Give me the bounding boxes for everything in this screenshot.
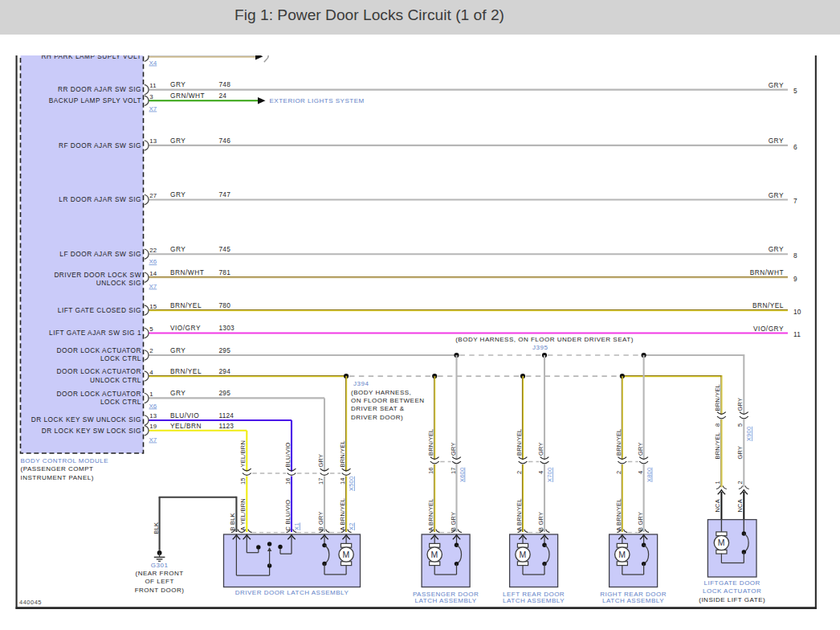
- svg-text:BRN/YEL: BRN/YEL: [615, 429, 622, 456]
- svg-text:GRY: GRY: [170, 389, 186, 397]
- svg-text:GRN/WHT: GRN/WHT: [170, 92, 205, 100]
- svg-text:GRY: GRY: [537, 442, 544, 456]
- svg-text:745: 745: [219, 245, 231, 253]
- svg-text:BRN/YEL: BRN/YEL: [339, 440, 346, 468]
- svg-text:BRN/YEL: BRN/YEL: [170, 301, 202, 309]
- svg-text:X500: X500: [348, 477, 355, 491]
- svg-text:781: 781: [219, 268, 231, 276]
- svg-text:DRIVER SEAT &: DRIVER SEAT &: [351, 405, 405, 412]
- svg-text:GRY: GRY: [736, 446, 744, 460]
- svg-text:LF DOOR AJAR SW SIG: LF DOOR AJAR SW SIG: [59, 250, 141, 258]
- svg-text:RR DOOR AJAR SW SIG: RR DOOR AJAR SW SIG: [58, 85, 141, 93]
- svg-text:4: 4: [637, 471, 644, 474]
- svg-text:16: 16: [427, 467, 434, 474]
- svg-text:GRY: GRY: [769, 137, 784, 145]
- svg-text:4: 4: [537, 471, 544, 474]
- svg-text:BRN/YEL: BRN/YEL: [516, 429, 523, 456]
- svg-text:X2: X2: [348, 522, 355, 530]
- svg-text:GRY: GRY: [170, 137, 186, 145]
- svg-text:27: 27: [149, 192, 157, 199]
- svg-text:X7: X7: [149, 436, 157, 444]
- svg-text:GRY: GRY: [170, 346, 186, 354]
- svg-text:BACKUP LAMP SPLY VOLT: BACKUP LAMP SPLY VOLT: [49, 96, 141, 104]
- svg-text:5: 5: [736, 423, 744, 427]
- svg-text:X4: X4: [149, 59, 157, 67]
- svg-text:BRN/YEL: BRN/YEL: [170, 367, 202, 375]
- svg-text:J395: J395: [532, 344, 548, 351]
- svg-text:A BRN/YEL: A BRN/YEL: [339, 498, 346, 531]
- svg-text:2: 2: [516, 471, 523, 474]
- svg-text:748: 748: [219, 80, 231, 88]
- svg-text:5: 5: [149, 325, 153, 333]
- svg-text:14: 14: [339, 477, 346, 485]
- svg-text:(BODY HARNESS,: (BODY HARNESS,: [351, 389, 411, 396]
- svg-text:FRONT DOOR): FRONT DOOR): [135, 587, 185, 594]
- svg-text:B GRY: B GRY: [450, 512, 457, 531]
- svg-text:UNLOCK CTRL: UNLOCK CTRL: [90, 376, 141, 384]
- svg-text:294: 294: [219, 367, 231, 375]
- svg-text:X6: X6: [149, 403, 157, 410]
- svg-text:7: 7: [793, 197, 797, 205]
- svg-text:NCA: NCA: [736, 499, 744, 512]
- svg-text:X600: X600: [459, 468, 466, 482]
- svg-text:X7: X7: [149, 105, 157, 112]
- svg-text:X1: X1: [293, 522, 300, 530]
- svg-text:1303: 1303: [219, 324, 234, 332]
- svg-text:VIO/GRY: VIO/GRY: [753, 325, 784, 333]
- svg-text:13: 13: [149, 137, 157, 145]
- svg-text:GRY: GRY: [317, 454, 324, 468]
- svg-text:746: 746: [219, 137, 231, 145]
- svg-text:BRN/WHT: BRN/WHT: [750, 268, 784, 276]
- svg-text:EXTERIOR LIGHTS SYSTEM: EXTERIOR LIGHTS SYSTEM: [270, 97, 365, 104]
- svg-text:1124: 1124: [219, 411, 234, 419]
- svg-text:13: 13: [149, 412, 157, 419]
- svg-text:GRY: GRY: [170, 80, 186, 88]
- svg-text:LOCK ACTUATOR: LOCK ACTUATOR: [703, 587, 761, 595]
- svg-text:295: 295: [219, 389, 231, 397]
- svg-text:YEL/BRN: YEL/BRN: [239, 440, 247, 468]
- svg-text:10: 10: [793, 308, 801, 316]
- svg-text:LIFT GATE AJAR SW SIG 1: LIFT GATE AJAR SW SIG 1: [49, 329, 141, 337]
- svg-text:BRN/YEL: BRN/YEL: [714, 432, 721, 460]
- svg-text:LIFT GATE CLOSED SIG: LIFT GATE CLOSED SIG: [58, 306, 141, 314]
- svg-text:X900: X900: [745, 427, 752, 441]
- svg-text:1123: 1123: [219, 422, 234, 430]
- svg-text:LOCK CTRL: LOCK CTRL: [100, 354, 141, 362]
- svg-text:BLU/VIO: BLU/VIO: [284, 443, 292, 468]
- svg-text:GRY: GRY: [736, 398, 744, 411]
- svg-text:M: M: [718, 538, 725, 547]
- svg-text:LATCH ASSEMBLY: LATCH ASSEMBLY: [602, 597, 664, 604]
- svg-text:NCA: NCA: [714, 499, 721, 512]
- svg-text:X7: X7: [149, 283, 157, 290]
- svg-text:GRY: GRY: [170, 190, 186, 198]
- svg-text:UNLOCK SIG: UNLOCK SIG: [96, 279, 141, 287]
- svg-text:X6: X6: [149, 258, 157, 265]
- svg-text:9: 9: [793, 275, 797, 283]
- svg-text:BLU/VIO: BLU/VIO: [170, 411, 199, 419]
- svg-text:8: 8: [793, 252, 797, 260]
- svg-text:LATCH ASSEMBLY: LATCH ASSEMBLY: [415, 597, 477, 604]
- svg-text:DRIVER DOOR LOCK SW: DRIVER DOOR LOCK SW: [54, 271, 141, 279]
- svg-text:5: 5: [793, 87, 797, 95]
- svg-text:GRY: GRY: [769, 81, 784, 89]
- svg-text:A BRN/YEL: A BRN/YEL: [427, 498, 434, 531]
- svg-text:GRY: GRY: [769, 191, 784, 199]
- svg-text:3: 3: [149, 93, 153, 100]
- svg-text:DRIVER DOOR LATCH ASSEMBLY: DRIVER DOOR LATCH ASSEMBLY: [235, 589, 349, 596]
- svg-text:BRN/WHT: BRN/WHT: [170, 268, 204, 276]
- svg-text:BODY CONTROL MODULE: BODY CONTROL MODULE: [21, 457, 109, 464]
- svg-text:M: M: [618, 550, 626, 559]
- svg-text:LOCK CTRL: LOCK CTRL: [100, 398, 141, 406]
- svg-text:(NEAR FRONT: (NEAR FRONT: [136, 570, 184, 577]
- svg-text:BRN/YEL: BRN/YEL: [714, 384, 721, 411]
- svg-text:780: 780: [219, 301, 231, 309]
- svg-text:24: 24: [219, 92, 227, 100]
- svg-text:17: 17: [450, 467, 457, 474]
- svg-text:A YEL/BRN: A YEL/BRN: [239, 498, 247, 530]
- svg-text:DR LOCK KEY SW UNLOCK SIG: DR LOCK KEY SW UNLOCK SIG: [31, 415, 141, 423]
- svg-text:B BLK: B BLK: [229, 513, 236, 530]
- svg-text:19: 19: [149, 423, 157, 430]
- svg-text:BRN/YEL: BRN/YEL: [752, 301, 784, 309]
- svg-text:1: 1: [149, 391, 153, 398]
- svg-text:747: 747: [219, 190, 231, 198]
